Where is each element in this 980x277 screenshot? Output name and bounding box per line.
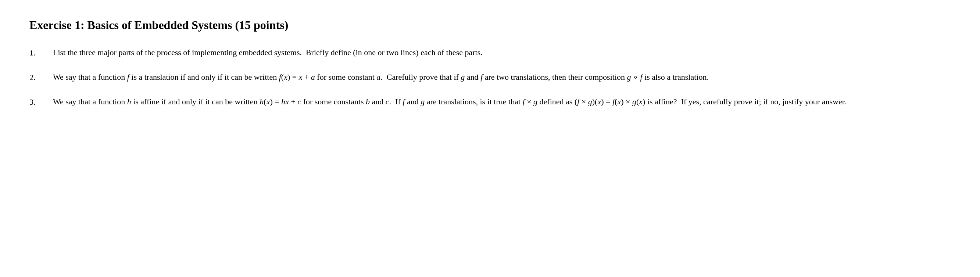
- problem-number-1: 1.: [29, 46, 53, 59]
- exercise-title: Exercise 1: Basics of Embedded Systems (…: [29, 17, 951, 33]
- problem-number-3: 3.: [29, 95, 53, 108]
- problem-text-3: We say that a function h is affine if an…: [53, 95, 951, 108]
- problem-list: 1. List the three major parts of the pro…: [29, 46, 951, 108]
- problem-item-2: 2. We say that a function f is a transla…: [29, 71, 951, 84]
- problem-item-3: 3. We say that a function h is affine if…: [29, 95, 951, 108]
- problem-text-2: We say that a function f is a translatio…: [53, 71, 951, 83]
- problem-text-1: List the three major parts of the proces…: [53, 46, 951, 59]
- problem-item-1: 1. List the three major parts of the pro…: [29, 46, 951, 59]
- problem-number-2: 2.: [29, 71, 53, 84]
